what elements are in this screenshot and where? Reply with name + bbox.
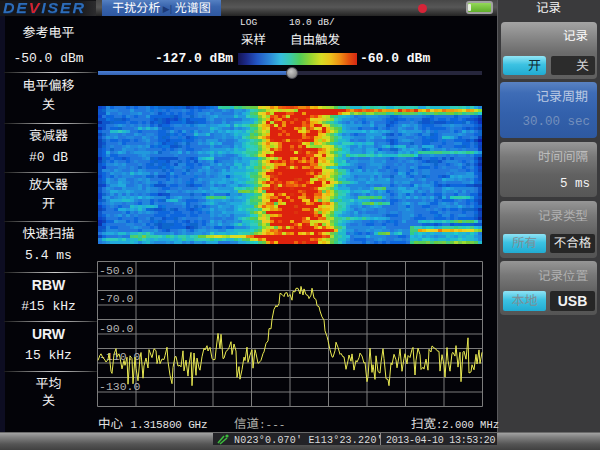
svg-text:-90.0: -90.0: [99, 322, 134, 335]
svg-text:-50.0: -50.0: [99, 264, 134, 277]
svg-text:-70.0: -70.0: [99, 292, 134, 305]
svg-text:-130.0: -130.0: [99, 380, 141, 393]
